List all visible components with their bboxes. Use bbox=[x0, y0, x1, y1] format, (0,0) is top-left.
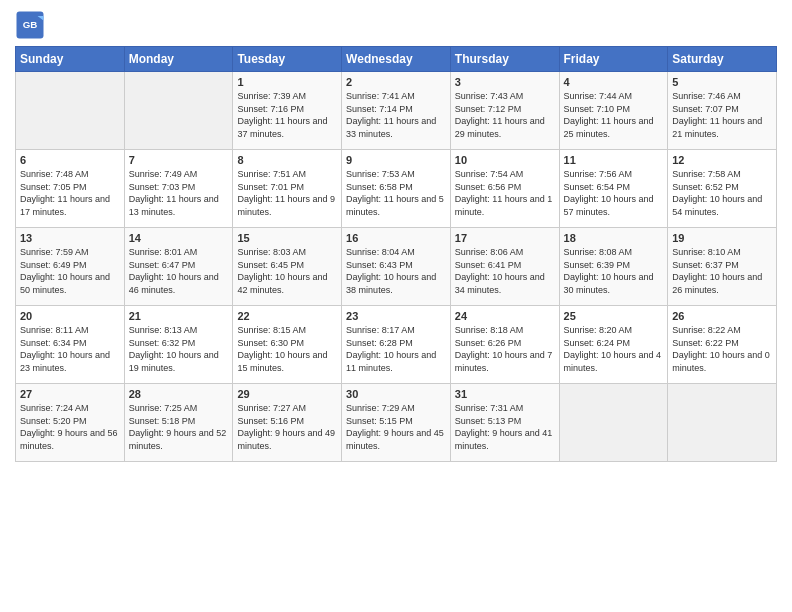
day-number: 22 bbox=[237, 310, 337, 322]
day-number: 24 bbox=[455, 310, 555, 322]
day-info: Sunrise: 7:54 AMSunset: 6:56 PMDaylight:… bbox=[455, 168, 555, 218]
day-cell: 20Sunrise: 8:11 AMSunset: 6:34 PMDayligh… bbox=[16, 306, 125, 384]
day-info: Sunrise: 7:48 AMSunset: 7:05 PMDaylight:… bbox=[20, 168, 120, 218]
day-number: 18 bbox=[564, 232, 664, 244]
day-number: 28 bbox=[129, 388, 229, 400]
day-cell: 16Sunrise: 8:04 AMSunset: 6:43 PMDayligh… bbox=[342, 228, 451, 306]
day-number: 12 bbox=[672, 154, 772, 166]
day-cell: 9Sunrise: 7:53 AMSunset: 6:58 PMDaylight… bbox=[342, 150, 451, 228]
day-cell: 21Sunrise: 8:13 AMSunset: 6:32 PMDayligh… bbox=[124, 306, 233, 384]
header-thursday: Thursday bbox=[450, 47, 559, 72]
day-number: 20 bbox=[20, 310, 120, 322]
day-cell: 23Sunrise: 8:17 AMSunset: 6:28 PMDayligh… bbox=[342, 306, 451, 384]
day-info: Sunrise: 7:24 AMSunset: 5:20 PMDaylight:… bbox=[20, 402, 120, 452]
day-info: Sunrise: 8:20 AMSunset: 6:24 PMDaylight:… bbox=[564, 324, 664, 374]
day-info: Sunrise: 7:56 AMSunset: 6:54 PMDaylight:… bbox=[564, 168, 664, 218]
day-info: Sunrise: 8:18 AMSunset: 6:26 PMDaylight:… bbox=[455, 324, 555, 374]
day-cell bbox=[16, 72, 125, 150]
day-number: 23 bbox=[346, 310, 446, 322]
logo-icon: GB bbox=[15, 10, 45, 40]
day-cell: 6Sunrise: 7:48 AMSunset: 7:05 PMDaylight… bbox=[16, 150, 125, 228]
day-info: Sunrise: 7:44 AMSunset: 7:10 PMDaylight:… bbox=[564, 90, 664, 140]
day-cell: 31Sunrise: 7:31 AMSunset: 5:13 PMDayligh… bbox=[450, 384, 559, 462]
header-saturday: Saturday bbox=[668, 47, 777, 72]
week-row-3: 13Sunrise: 7:59 AMSunset: 6:49 PMDayligh… bbox=[16, 228, 777, 306]
day-info: Sunrise: 7:53 AMSunset: 6:58 PMDaylight:… bbox=[346, 168, 446, 218]
day-cell: 8Sunrise: 7:51 AMSunset: 7:01 PMDaylight… bbox=[233, 150, 342, 228]
day-number: 10 bbox=[455, 154, 555, 166]
day-cell: 3Sunrise: 7:43 AMSunset: 7:12 PMDaylight… bbox=[450, 72, 559, 150]
day-number: 14 bbox=[129, 232, 229, 244]
calendar-page: GB SundayMondayTuesdayWednesdayThursdayF… bbox=[0, 0, 792, 612]
day-cell: 14Sunrise: 8:01 AMSunset: 6:47 PMDayligh… bbox=[124, 228, 233, 306]
day-number: 13 bbox=[20, 232, 120, 244]
header-tuesday: Tuesday bbox=[233, 47, 342, 72]
day-info: Sunrise: 8:22 AMSunset: 6:22 PMDaylight:… bbox=[672, 324, 772, 374]
day-number: 21 bbox=[129, 310, 229, 322]
day-cell: 19Sunrise: 8:10 AMSunset: 6:37 PMDayligh… bbox=[668, 228, 777, 306]
header-sunday: Sunday bbox=[16, 47, 125, 72]
day-info: Sunrise: 8:13 AMSunset: 6:32 PMDaylight:… bbox=[129, 324, 229, 374]
day-info: Sunrise: 8:03 AMSunset: 6:45 PMDaylight:… bbox=[237, 246, 337, 296]
logo: GB bbox=[15, 10, 49, 40]
week-row-1: 1Sunrise: 7:39 AMSunset: 7:16 PMDaylight… bbox=[16, 72, 777, 150]
day-info: Sunrise: 8:01 AMSunset: 6:47 PMDaylight:… bbox=[129, 246, 229, 296]
day-cell: 5Sunrise: 7:46 AMSunset: 7:07 PMDaylight… bbox=[668, 72, 777, 150]
day-info: Sunrise: 7:29 AMSunset: 5:15 PMDaylight:… bbox=[346, 402, 446, 452]
header-monday: Monday bbox=[124, 47, 233, 72]
day-number: 30 bbox=[346, 388, 446, 400]
day-cell: 28Sunrise: 7:25 AMSunset: 5:18 PMDayligh… bbox=[124, 384, 233, 462]
day-info: Sunrise: 7:27 AMSunset: 5:16 PMDaylight:… bbox=[237, 402, 337, 452]
day-info: Sunrise: 8:04 AMSunset: 6:43 PMDaylight:… bbox=[346, 246, 446, 296]
day-cell: 29Sunrise: 7:27 AMSunset: 5:16 PMDayligh… bbox=[233, 384, 342, 462]
day-number: 16 bbox=[346, 232, 446, 244]
day-number: 25 bbox=[564, 310, 664, 322]
day-number: 1 bbox=[237, 76, 337, 88]
day-cell: 30Sunrise: 7:29 AMSunset: 5:15 PMDayligh… bbox=[342, 384, 451, 462]
day-cell: 4Sunrise: 7:44 AMSunset: 7:10 PMDaylight… bbox=[559, 72, 668, 150]
day-number: 29 bbox=[237, 388, 337, 400]
day-cell: 11Sunrise: 7:56 AMSunset: 6:54 PMDayligh… bbox=[559, 150, 668, 228]
day-cell: 13Sunrise: 7:59 AMSunset: 6:49 PMDayligh… bbox=[16, 228, 125, 306]
day-cell: 2Sunrise: 7:41 AMSunset: 7:14 PMDaylight… bbox=[342, 72, 451, 150]
day-number: 31 bbox=[455, 388, 555, 400]
day-cell bbox=[668, 384, 777, 462]
calendar-table: SundayMondayTuesdayWednesdayThursdayFrid… bbox=[15, 46, 777, 462]
day-cell: 1Sunrise: 7:39 AMSunset: 7:16 PMDaylight… bbox=[233, 72, 342, 150]
day-info: Sunrise: 8:06 AMSunset: 6:41 PMDaylight:… bbox=[455, 246, 555, 296]
day-number: 27 bbox=[20, 388, 120, 400]
day-info: Sunrise: 8:08 AMSunset: 6:39 PMDaylight:… bbox=[564, 246, 664, 296]
day-info: Sunrise: 7:43 AMSunset: 7:12 PMDaylight:… bbox=[455, 90, 555, 140]
day-info: Sunrise: 8:17 AMSunset: 6:28 PMDaylight:… bbox=[346, 324, 446, 374]
day-number: 3 bbox=[455, 76, 555, 88]
week-row-4: 20Sunrise: 8:11 AMSunset: 6:34 PMDayligh… bbox=[16, 306, 777, 384]
day-number: 17 bbox=[455, 232, 555, 244]
svg-text:GB: GB bbox=[23, 19, 38, 30]
day-cell: 27Sunrise: 7:24 AMSunset: 5:20 PMDayligh… bbox=[16, 384, 125, 462]
day-cell: 15Sunrise: 8:03 AMSunset: 6:45 PMDayligh… bbox=[233, 228, 342, 306]
day-number: 19 bbox=[672, 232, 772, 244]
day-info: Sunrise: 8:15 AMSunset: 6:30 PMDaylight:… bbox=[237, 324, 337, 374]
day-cell: 26Sunrise: 8:22 AMSunset: 6:22 PMDayligh… bbox=[668, 306, 777, 384]
day-info: Sunrise: 7:51 AMSunset: 7:01 PMDaylight:… bbox=[237, 168, 337, 218]
header-row: SundayMondayTuesdayWednesdayThursdayFrid… bbox=[16, 47, 777, 72]
day-number: 4 bbox=[564, 76, 664, 88]
day-cell: 25Sunrise: 8:20 AMSunset: 6:24 PMDayligh… bbox=[559, 306, 668, 384]
day-number: 8 bbox=[237, 154, 337, 166]
day-number: 6 bbox=[20, 154, 120, 166]
day-cell: 7Sunrise: 7:49 AMSunset: 7:03 PMDaylight… bbox=[124, 150, 233, 228]
day-cell bbox=[559, 384, 668, 462]
day-number: 15 bbox=[237, 232, 337, 244]
day-cell: 18Sunrise: 8:08 AMSunset: 6:39 PMDayligh… bbox=[559, 228, 668, 306]
day-info: Sunrise: 7:31 AMSunset: 5:13 PMDaylight:… bbox=[455, 402, 555, 452]
day-info: Sunrise: 7:59 AMSunset: 6:49 PMDaylight:… bbox=[20, 246, 120, 296]
day-info: Sunrise: 7:41 AMSunset: 7:14 PMDaylight:… bbox=[346, 90, 446, 140]
day-info: Sunrise: 7:58 AMSunset: 6:52 PMDaylight:… bbox=[672, 168, 772, 218]
day-number: 9 bbox=[346, 154, 446, 166]
day-cell: 24Sunrise: 8:18 AMSunset: 6:26 PMDayligh… bbox=[450, 306, 559, 384]
day-number: 5 bbox=[672, 76, 772, 88]
day-info: Sunrise: 8:10 AMSunset: 6:37 PMDaylight:… bbox=[672, 246, 772, 296]
day-number: 26 bbox=[672, 310, 772, 322]
day-number: 11 bbox=[564, 154, 664, 166]
day-info: Sunrise: 7:39 AMSunset: 7:16 PMDaylight:… bbox=[237, 90, 337, 140]
